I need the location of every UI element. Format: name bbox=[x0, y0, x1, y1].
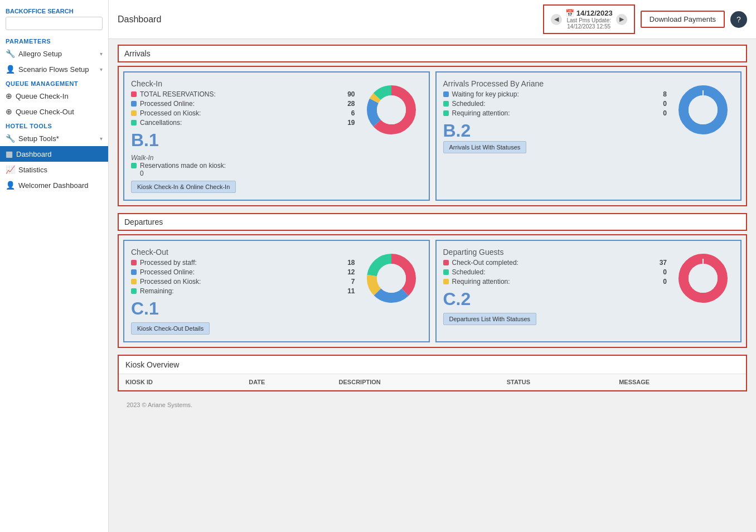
checkout-card-inner: Check-Out Processed by staff: 18 Process… bbox=[131, 248, 422, 335]
stat-dot bbox=[443, 101, 449, 107]
parameters-label: PARAMETERS bbox=[0, 35, 108, 46]
sidebar-item-queue-checkout[interactable]: ⊕ Queue Check-Out bbox=[0, 104, 108, 119]
dashboard-icon: ▦ bbox=[6, 149, 13, 158]
stat-dot bbox=[131, 120, 137, 125]
main-content: Dashboard ◀ 📅 14/12/2023 Last Pms Update… bbox=[109, 0, 756, 532]
arrivals-donut-chart bbox=[672, 79, 734, 141]
stat-row: Scheduled: 0 bbox=[443, 268, 667, 276]
chart-icon: 📈 bbox=[6, 165, 15, 174]
arrivals-processed-stats: Waiting for key pickup: 8 Scheduled: 0 R… bbox=[443, 90, 667, 117]
kiosk-col-id: KIOSK ID bbox=[119, 374, 242, 390]
stat-dot bbox=[443, 91, 449, 97]
sidebar-item-setup-tools[interactable]: 🔧 Setup Tools* ▾ bbox=[0, 130, 108, 146]
stat-dot bbox=[131, 101, 137, 107]
sidebar-item-queue-checkin[interactable]: ⊕ Queue Check-In bbox=[0, 88, 108, 104]
sidebar-item-statistics[interactable]: 📈 Statistics bbox=[0, 162, 108, 177]
kiosk-col-description: DESCRIPTION bbox=[332, 374, 500, 390]
sidebar-item-label: Dashboard bbox=[16, 150, 52, 158]
arrivals-cards-row: Check-In TOTAL RESERVATIONS: 90 Processe… bbox=[118, 66, 747, 206]
departing-big-label: C.2 bbox=[443, 289, 667, 309]
stat-value: 11 bbox=[344, 287, 355, 295]
stat-row: Waiting for key pickup: 8 bbox=[443, 90, 667, 98]
checkin-donut bbox=[361, 79, 422, 141]
sidebar: BACKOFFICE SEARCH PARAMETERS 🔧 Allegro S… bbox=[0, 0, 109, 532]
stat-value: 18 bbox=[344, 259, 355, 267]
departing-donut bbox=[672, 248, 734, 309]
stat-label: TOTAL RESERVATIONS: bbox=[140, 90, 341, 98]
stat-label: Processed Online: bbox=[140, 268, 341, 276]
stat-value: 0 bbox=[656, 278, 667, 286]
kiosk-section-header: Kiosk Overview bbox=[119, 356, 746, 374]
main-header: Dashboard ◀ 📅 14/12/2023 Last Pms Update… bbox=[109, 0, 756, 39]
walkin-label: Walk-In bbox=[131, 154, 355, 162]
stat-dot bbox=[131, 91, 137, 97]
arrivals-donut-svg bbox=[672, 79, 734, 141]
kiosk-checkout-button[interactable]: Kiosk Check-Out Details bbox=[131, 322, 210, 335]
date-display: 📅 14/12/2023 Last Pms Update: 14/12/2023… bbox=[565, 9, 613, 30]
sidebar-item-welcomer-dashboard[interactable]: 👤 Welcomer Dashboard bbox=[0, 177, 108, 193]
stat-dot bbox=[131, 260, 137, 265]
departures-section-header: Departures bbox=[118, 213, 747, 231]
prev-date-button[interactable]: ◀ bbox=[551, 14, 562, 25]
kiosk-col-message: MESSAGE bbox=[612, 374, 746, 390]
walkin-stat-row: Reservations made on kiosk: bbox=[131, 162, 355, 170]
stat-row: TOTAL RESERVATIONS: 90 bbox=[131, 90, 355, 98]
stat-row: Check-Out completed: 37 bbox=[443, 259, 667, 267]
departing-donut-chart bbox=[672, 248, 734, 309]
content-area: Arrivals Check-In TOTAL RESERVATIONS: 90 bbox=[109, 39, 756, 532]
arrivals-list-button[interactable]: Arrivals List With Statuses bbox=[443, 141, 527, 153]
stat-row: Cancellations: 19 bbox=[131, 119, 355, 127]
chevron-icon: ▾ bbox=[100, 136, 103, 142]
stat-label: Remaining: bbox=[140, 287, 341, 295]
stat-dot bbox=[443, 260, 449, 265]
kiosk-col-status: STATUS bbox=[500, 374, 612, 390]
checkin-stats: TOTAL RESERVATIONS: 90 Processed Online:… bbox=[131, 90, 355, 127]
checkout-card-left: Check-Out Processed by staff: 18 Process… bbox=[131, 248, 355, 335]
stat-row: Requiring attention: 0 bbox=[443, 109, 667, 117]
stat-value: 0 bbox=[656, 268, 667, 276]
stat-label: Processed by staff: bbox=[140, 259, 341, 267]
stat-dot bbox=[131, 110, 137, 116]
next-date-button[interactable]: ▶ bbox=[616, 14, 627, 25]
departing-donut-svg bbox=[672, 248, 734, 309]
search-input[interactable] bbox=[6, 17, 103, 30]
download-payments-button[interactable]: Download Payments bbox=[641, 11, 725, 28]
checkin-title: Check-In bbox=[131, 79, 355, 88]
stat-value: 28 bbox=[344, 100, 355, 108]
backoffice-label: BACKOFFICE SEARCH bbox=[0, 6, 108, 17]
stat-label: Scheduled: bbox=[452, 100, 653, 108]
sidebar-item-dashboard[interactable]: ▦ Dashboard bbox=[0, 146, 108, 162]
stat-value: 0 bbox=[656, 109, 667, 117]
stat-row: Processed on Kiosk: 6 bbox=[131, 109, 355, 117]
stat-dot bbox=[131, 269, 137, 275]
arrivals-section-header: Arrivals bbox=[118, 45, 747, 62]
sidebar-item-scenario-flows[interactable]: 👤 Scenario Flows Setup ▾ bbox=[0, 61, 108, 77]
hotel-label: HOTEL TOOLS bbox=[0, 119, 108, 130]
checkout-card: Check-Out Processed by staff: 18 Process… bbox=[123, 240, 430, 342]
stat-row: Remaining: 11 bbox=[131, 287, 355, 295]
departing-guests-card-left: Departing Guests Check-Out completed: 37… bbox=[443, 248, 667, 325]
checkin-donut-chart bbox=[361, 79, 422, 141]
sidebar-item-allegro-setup[interactable]: 🔧 Allegro Setup ▾ bbox=[0, 46, 108, 61]
stat-value: 12 bbox=[344, 268, 355, 276]
departures-list-button[interactable]: Departures List With Statuses bbox=[443, 313, 537, 325]
arrivals-donut bbox=[672, 79, 734, 141]
arrivals-big-label: B.2 bbox=[443, 120, 667, 141]
stat-value: 7 bbox=[344, 278, 355, 286]
stat-label: Processed Online: bbox=[140, 100, 341, 108]
stat-dot bbox=[131, 163, 137, 168]
stat-label: Scheduled: bbox=[452, 268, 653, 276]
arrivals-processed-title: Arrivals Processed By Ariane bbox=[443, 79, 667, 88]
stat-row: Requiring attention: 0 bbox=[443, 278, 667, 286]
kiosk-table: KIOSK ID DATE DESCRIPTION STATUS MESSAGE bbox=[119, 374, 746, 390]
svg-point-4 bbox=[377, 95, 406, 124]
help-button[interactable]: ? bbox=[730, 11, 747, 28]
stat-dot bbox=[443, 269, 449, 275]
footer-text: 2023 © Ariane Systems. bbox=[127, 402, 192, 408]
stat-value: 0 bbox=[656, 100, 667, 108]
departures-cards-row: Check-Out Processed by staff: 18 Process… bbox=[118, 234, 747, 348]
checkout-donut-svg bbox=[361, 248, 422, 309]
checkin-donut-svg bbox=[361, 79, 422, 141]
kiosk-checkin-button[interactable]: Kiosk Check-In & Online Check-In bbox=[131, 181, 236, 193]
stat-dot bbox=[443, 279, 449, 284]
